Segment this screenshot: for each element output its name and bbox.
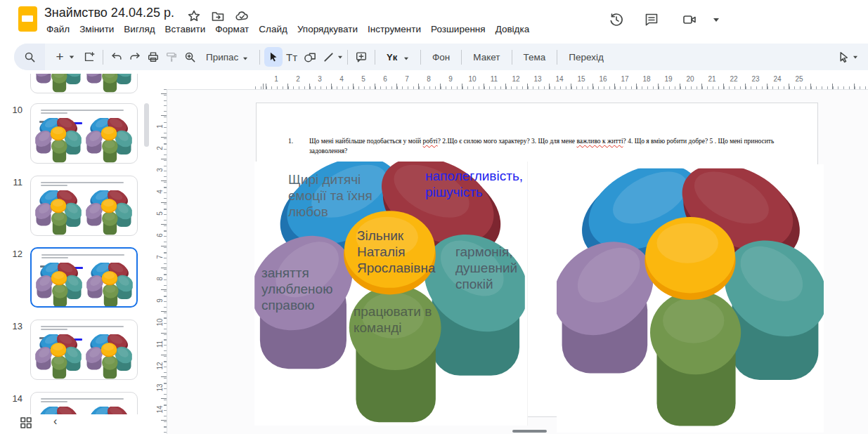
menu-item-3[interactable]: Вставити xyxy=(160,22,211,37)
menu-item-8[interactable]: Розширення xyxy=(426,22,491,37)
filmstrip-scrollbar[interactable] xyxy=(144,103,149,147)
document-title[interactable]: Знаймство 24.04.25 р. xyxy=(44,6,174,20)
thumbnail-flower xyxy=(35,74,82,93)
h-ruler-number: 23 xyxy=(751,75,759,83)
flower-image-plain[interactable] xyxy=(557,164,824,433)
comments-icon[interactable] xyxy=(644,12,659,27)
paint-format-button[interactable] xyxy=(162,47,181,67)
app-header: Знаймство 24.04.25 р. ФайлЗмінитиВиглядВ… xyxy=(0,0,868,39)
v-ruler-number: 6 xyxy=(156,230,164,240)
zoom-in-icon xyxy=(184,51,196,63)
theme-button[interactable]: Тема xyxy=(517,48,553,66)
shape-icon xyxy=(304,51,317,64)
menu-item-7[interactable]: Інструменти xyxy=(363,22,426,37)
h-ruler-number: 21 xyxy=(708,75,715,83)
flower-label-bottom[interactable]: працювати в команді xyxy=(354,303,469,336)
horizontal-ruler[interactable]: 1234567891011121314151617181920212223242… xyxy=(255,74,868,89)
thumbnail-row: 14 xyxy=(0,392,155,414)
flower-label-center[interactable]: Зільник Наталія Ярославівна xyxy=(357,228,452,276)
h-ruler-number: 8 xyxy=(427,75,431,83)
line-tool-button[interactable] xyxy=(319,47,337,67)
shape-tool-button[interactable] xyxy=(301,47,319,67)
text-box-button[interactable]: Tт xyxy=(283,47,301,67)
slide-thumbnail-10[interactable] xyxy=(30,103,138,164)
slide-layout-icon xyxy=(83,51,96,63)
slides-logo[interactable] xyxy=(18,6,37,32)
menu-item-2[interactable]: Вигляд xyxy=(119,22,160,37)
undo-button[interactable] xyxy=(108,47,126,67)
star-icon[interactable] xyxy=(187,9,201,23)
slide-thumbnail-12[interactable] xyxy=(30,247,138,308)
menu-bar: ФайлЗмінитиВиглядВставитиФорматСлайдУпор… xyxy=(41,22,534,37)
meet-camera-icon[interactable] xyxy=(682,12,697,27)
slide-thumbnail-11[interactable] xyxy=(30,176,138,236)
horizontal-scrollbar[interactable] xyxy=(512,430,547,433)
v-ruler-number: 2 xyxy=(156,143,164,153)
add-slide-layout-button[interactable] xyxy=(80,47,98,67)
menu-item-5[interactable]: Слайд xyxy=(254,22,292,37)
zoom-button[interactable] xyxy=(181,47,199,67)
thumbnail-flower xyxy=(35,118,82,163)
thumbnail-flower xyxy=(86,190,132,235)
print-button[interactable] xyxy=(144,47,162,67)
thumbnail-flower xyxy=(35,407,82,414)
slide-thumbnail-13[interactable] xyxy=(30,320,138,380)
flower-label-top-right[interactable]: наполегливість, рішучість xyxy=(425,168,548,200)
h-ruler-number: 16 xyxy=(599,75,607,83)
h-ruler-number: 11 xyxy=(491,75,498,83)
collapse-filmstrip-icon[interactable]: ‹ xyxy=(53,415,57,428)
menu-item-6[interactable]: Упорядкувати xyxy=(292,22,363,37)
layout-button[interactable]: Макет xyxy=(466,48,507,66)
slide-thumbnail-partial[interactable] xyxy=(30,74,138,93)
h-ruler-number: 1 xyxy=(274,75,278,83)
move-folder-icon[interactable] xyxy=(211,9,225,23)
meet-camera-caret[interactable] xyxy=(713,18,719,22)
pointer-outline-icon xyxy=(837,51,850,64)
vertical-ruler[interactable]: 1234567891011121314 xyxy=(155,89,167,434)
thumbnail-flower xyxy=(86,407,132,414)
search-menus-button[interactable] xyxy=(14,44,45,70)
thumbnail-row xyxy=(0,74,155,93)
toolbar: + xyxy=(14,44,868,70)
new-slide-caret[interactable] xyxy=(70,55,74,58)
slide-thumbnail-14[interactable] xyxy=(30,392,138,414)
v-ruler-number: 9 xyxy=(156,296,164,305)
flower-label-top-left[interactable]: Щирі дитячі емоції та їхня любов xyxy=(288,171,390,220)
menu-item-0[interactable]: Файл xyxy=(41,22,75,37)
menu-item-9[interactable]: Довідка xyxy=(491,22,535,37)
select-tool-button[interactable] xyxy=(264,47,283,67)
v-ruler-number: 11 xyxy=(156,339,164,349)
input-tools-button[interactable]: Yк xyxy=(380,48,416,66)
insert-comment-button[interactable] xyxy=(352,47,370,67)
thumbnail-flower xyxy=(35,334,82,379)
new-slide-button[interactable]: + xyxy=(51,47,69,67)
grid-view-icon[interactable] xyxy=(20,416,32,429)
pointer-mode-caret[interactable] xyxy=(853,55,857,58)
slide-number: 11 xyxy=(6,177,22,188)
transition-button[interactable]: Перехід xyxy=(562,48,611,66)
flower-label-right[interactable]: гармонія, душевний спокій xyxy=(455,244,543,292)
h-ruler-number: 20 xyxy=(686,75,694,83)
flower-label-left[interactable]: заняття улюбленою справою xyxy=(261,265,360,313)
v-ruler-number: 14 xyxy=(156,405,164,414)
slide-number: 14 xyxy=(6,393,22,404)
redo-button[interactable] xyxy=(126,47,144,67)
undo-icon xyxy=(110,51,123,63)
background-button[interactable]: Фон xyxy=(425,48,457,66)
h-ruler-number: 22 xyxy=(730,75,737,83)
pointer-mode-button[interactable] xyxy=(834,47,853,67)
menu-item-4[interactable]: Формат xyxy=(210,22,254,37)
h-ruler-number: 5 xyxy=(361,75,365,83)
cloud-status-icon[interactable] xyxy=(235,9,249,23)
h-ruler-number: 9 xyxy=(448,75,453,83)
menu-item-1[interactable]: Змінити xyxy=(75,22,119,37)
slide-page[interactable]: 1. Що мені найбільше подобається у моїй … xyxy=(256,103,818,417)
v-ruler-number: 3 xyxy=(156,165,164,175)
zoom-fit-select[interactable]: Припас xyxy=(199,48,255,66)
filmstrip: 10 11 12 13 14 xyxy=(0,74,155,414)
slide-number: 10 xyxy=(6,105,22,115)
add-comment-icon xyxy=(355,51,368,63)
version-history-icon[interactable] xyxy=(609,12,624,27)
list-marker: 1. xyxy=(288,136,293,146)
line-tool-caret[interactable] xyxy=(338,55,342,58)
